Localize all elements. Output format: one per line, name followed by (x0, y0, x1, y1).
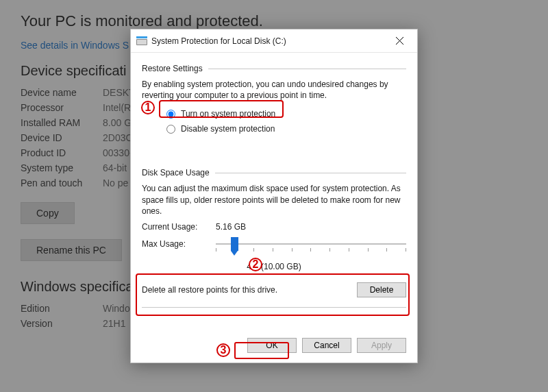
radio-turn-on-label: Turn on system protection (181, 109, 275, 119)
delete-button[interactable]: Delete (357, 282, 406, 297)
disk-section-label: Disk Space Usage (142, 168, 210, 177)
dialog-title: System Protection for Local Disk (C:) (151, 36, 384, 46)
dialog-footer: OK Cancel Apply (131, 338, 417, 363)
slider-thumb[interactable] (231, 237, 238, 251)
close-icon (396, 37, 403, 45)
svg-rect-0 (136, 36, 147, 38)
restore-settings-section: Restore Settings (142, 64, 406, 73)
max-usage-value: 4% (10.00 GB) (142, 262, 406, 271)
dialog-titlebar: System Protection for Local Disk (C:) (131, 29, 417, 53)
svg-rect-2 (137, 40, 147, 45)
ok-button[interactable]: OK (247, 338, 297, 353)
radio-disable-label: Disable system protection (181, 124, 275, 134)
apply-button: Apply (357, 338, 406, 353)
current-usage-row: Current Usage: 5.16 GB (142, 222, 406, 232)
radio-disable-input[interactable] (166, 125, 175, 134)
disk-space-section: Disk Space Usage (142, 168, 406, 177)
divider (142, 307, 406, 308)
close-button[interactable] (384, 30, 414, 52)
restore-section-label: Restore Settings (142, 64, 203, 73)
cancel-button[interactable]: Cancel (302, 338, 351, 353)
disk-description: You can adjust the maximum disk space us… (142, 183, 406, 217)
current-usage-label: Current Usage: (142, 222, 210, 232)
drive-icon (136, 36, 147, 46)
max-usage-label: Max Usage: (142, 239, 210, 249)
radio-disable[interactable]: Disable system protection (166, 121, 406, 136)
delete-description: Delete all restore points for this drive… (142, 285, 350, 295)
radio-turn-on[interactable]: Turn on system protection (166, 106, 406, 121)
max-usage-slider[interactable] (216, 236, 406, 252)
current-usage-value: 5.16 GB (216, 222, 246, 232)
max-usage-row: Max Usage: (142, 236, 406, 252)
radio-turn-on-input[interactable] (166, 110, 175, 119)
system-protection-dialog: System Protection for Local Disk (C:) Re… (130, 29, 418, 363)
restore-description: By enabling system protection, you can u… (142, 79, 406, 101)
